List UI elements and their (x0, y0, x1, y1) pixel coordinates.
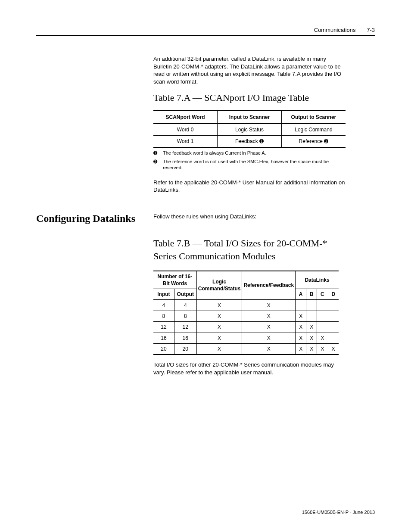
cell: 20 (174, 343, 196, 355)
table-row: Number of 16-Bit Words Logic Command/Sta… (153, 271, 339, 289)
footnote-text: The feedback word is always Current in P… (163, 150, 266, 156)
table2-block: Table 7.B — Total I/O Sizes for 20-COMM-… (153, 237, 346, 376)
cell (328, 333, 339, 343)
cell: X (296, 343, 306, 355)
cell: 8 (174, 311, 196, 322)
cell: X (242, 333, 296, 343)
table2-caption: Table 7.B — Total I/O Sizes for 20-COMM-… (153, 237, 346, 262)
cell: X (242, 322, 296, 333)
page-footer: 1560E-UM050B-EN-P - June 2013 (302, 510, 375, 515)
cell: X (242, 300, 296, 311)
cell: X (242, 311, 296, 322)
section-heading: Configuring Datalinks (36, 213, 145, 224)
cell (306, 311, 317, 322)
cell: 16 (174, 333, 196, 343)
th-rf: Reference/Feedback (242, 271, 296, 300)
cell (328, 322, 339, 333)
th-d: D (328, 289, 339, 300)
footnote: ➊ The feedback word is always Current in… (153, 150, 346, 156)
table-row: 20 20 X X X X X X (153, 343, 339, 355)
cell (317, 322, 328, 333)
th-dl: DataLinks (296, 271, 339, 289)
cell: X (328, 343, 339, 355)
table1-head-0: SCANport Word (153, 111, 218, 124)
table-row: 8 8 X X X (153, 311, 339, 322)
cell: X (196, 322, 242, 333)
cell: X (196, 311, 242, 322)
header-page-number: 7-3 (367, 27, 375, 33)
cell (317, 300, 328, 311)
table1-head-1: Input to Scanner (218, 111, 282, 124)
header-right: Communications 7-3 (314, 27, 375, 33)
cell (328, 311, 339, 322)
footnote-mark: ➊ (153, 150, 163, 156)
cell: X (296, 322, 306, 333)
table-scanport-io: SCANport Word Input to Scanner Output to… (153, 110, 346, 148)
table1-cell: Word 0 (153, 124, 218, 136)
th-b: B (306, 289, 317, 300)
table1-caption: Table 7.A — SCANport I/O Image Table (153, 91, 346, 104)
table-row: SCANport Word Input to Scanner Output to… (153, 111, 346, 124)
table-row: 12 12 X X X X (153, 322, 339, 333)
footnote-mark: ➋ (153, 159, 163, 171)
cell: 12 (153, 322, 174, 333)
cell (306, 300, 317, 311)
intro-paragraph: An additional 32-bit parameter, called a… (153, 55, 346, 85)
cell: X (296, 333, 306, 343)
cell (296, 300, 306, 311)
cell: X (242, 343, 296, 355)
cell: 12 (174, 322, 196, 333)
cell: X (306, 333, 317, 343)
cell: 16 (153, 333, 174, 343)
table1-cell: Reference ➋ (281, 136, 346, 148)
section-body: Follow these rules when using DataLinks: (153, 213, 375, 224)
th-output: Output (174, 289, 196, 300)
table1-cell: Logic Command (281, 124, 346, 136)
section-heading-cell: Configuring Datalinks (36, 213, 153, 224)
table1-cell: Feedback ➊ (218, 136, 282, 148)
table1-head-2: Output to Scanner (281, 111, 346, 124)
table-row: 4 4 X X (153, 300, 339, 311)
th-words: Number of 16-Bit Words (153, 271, 196, 289)
table1-cell: Logic Status (218, 124, 282, 136)
cell: X (317, 343, 328, 355)
table-row: 16 16 X X X X X (153, 333, 339, 343)
cell: X (306, 322, 317, 333)
cell: 20 (153, 343, 174, 355)
section-text: Follow these rules when using DataLinks: (153, 213, 375, 221)
footnote-text: The reference word is not used with the … (163, 159, 346, 171)
cell: 4 (153, 300, 174, 311)
para-after-table1: Refer to the applicable 20-COMM-* User M… (153, 179, 346, 194)
cell: 8 (153, 311, 174, 322)
cell: X (296, 311, 306, 322)
th-lcs: Logic Command/Status (196, 271, 242, 300)
th-a: A (296, 289, 306, 300)
page-header: Communications 7-3 (36, 27, 375, 36)
th-c: C (317, 289, 328, 300)
footnote: ➋ The reference word is not used with th… (153, 159, 346, 171)
header-section: Communications (314, 27, 356, 33)
table-io-sizes: Number of 16-Bit Words Logic Command/Sta… (153, 271, 339, 355)
table1-cell: Word 1 (153, 136, 218, 148)
cell: X (317, 333, 328, 343)
cell (328, 300, 339, 311)
table-row: Word 0 Logic Status Logic Command (153, 124, 346, 136)
cell: X (196, 343, 242, 355)
cell (317, 311, 328, 322)
table1-wrap: SCANport Word Input to Scanner Output to… (153, 110, 346, 148)
cell: X (196, 333, 242, 343)
th-input: Input (153, 289, 174, 300)
cell: X (306, 343, 317, 355)
cell: X (196, 300, 242, 311)
intro-column: An additional 32-bit parameter, called a… (153, 55, 346, 194)
section-configuring-datalinks: Configuring Datalinks Follow these rules… (36, 213, 375, 224)
para-after-table2: Total I/O sizes for other 20-COMM-* Seri… (153, 361, 346, 376)
cell: 4 (174, 300, 196, 311)
table-row: Word 1 Feedback ➊ Reference ➋ (153, 136, 346, 148)
